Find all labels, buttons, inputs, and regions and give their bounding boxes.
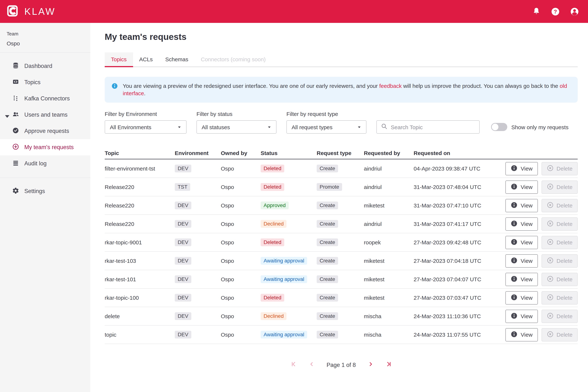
filter-bar: Filter by Environment All Environments F… <box>105 111 578 134</box>
delete-button[interactable]: Delete <box>541 236 578 249</box>
request-type-cell: Create <box>317 165 364 172</box>
view-button-label: View <box>521 221 533 227</box>
delete-cross-icon <box>547 238 554 246</box>
status-cell: Declined <box>261 220 317 228</box>
owned-by-cell: Ospo <box>221 165 261 172</box>
status-filter-select[interactable]: All statuses <box>196 120 276 134</box>
delete-button-label: Delete <box>557 184 573 190</box>
first-page-icon[interactable] <box>290 361 297 369</box>
environment-cell: DEV <box>175 257 221 265</box>
view-button-label: View <box>521 332 533 338</box>
sidebar-item-label: Settings <box>24 188 45 194</box>
view-info-icon <box>511 220 518 228</box>
table-body: filter-environment-tst DEV Ospo Deleted … <box>105 160 578 344</box>
table-header: Topic Environment Owned by Status Reques… <box>105 147 578 160</box>
column-header-topic: Topic <box>105 150 175 156</box>
table-row: topic DEV Ospo Awaiting approval Create … <box>105 326 578 344</box>
delete-button[interactable]: Delete <box>541 272 578 286</box>
feedback-link[interactable]: feedback <box>379 83 402 89</box>
status-badge: Declined <box>261 312 287 320</box>
sidebar-item-kafka-connectors[interactable]: Kafka Connectors <box>0 90 90 107</box>
sidebar-item-settings[interactable]: Settings <box>0 184 90 198</box>
notifications-bell-icon[interactable] <box>532 7 541 16</box>
view-button-label: View <box>521 294 533 301</box>
topic-cell: topic <box>105 332 175 338</box>
view-button-label: View <box>521 313 533 319</box>
last-page-icon[interactable] <box>386 361 392 369</box>
sidebar-item-label: Dashboard <box>24 63 52 70</box>
sidebar-item-approve-requests[interactable]: Approve requests <box>0 123 90 139</box>
approve-requests-icon <box>12 127 19 135</box>
sidebar-item-my-teams-requests[interactable]: My team's requests <box>0 139 90 156</box>
delete-button-label: Delete <box>557 202 573 208</box>
delete-button[interactable]: Delete <box>541 180 578 194</box>
delete-button[interactable]: Delete <box>541 254 578 268</box>
row-actions: View Delete <box>506 291 578 304</box>
tab-schemas[interactable]: Schemas <box>159 52 195 66</box>
view-button[interactable]: View <box>506 236 538 249</box>
sidebar-item-topics[interactable]: Topics <box>0 74 90 90</box>
topic-cell: Release220 <box>105 184 175 190</box>
view-info-icon <box>511 312 518 320</box>
view-button[interactable]: View <box>506 328 538 341</box>
requested-by-cell: miketest <box>364 294 414 301</box>
status-filter: Filter by status All statuses <box>196 111 276 134</box>
owned-by-cell: Ospo <box>221 184 261 190</box>
sidebar-item-users-and-teams[interactable]: Users and teams <box>0 107 90 123</box>
delete-button[interactable]: Delete <box>541 328 578 341</box>
klaw-logo[interactable]: KLAW <box>7 4 55 19</box>
tab-topics[interactable]: Topics <box>105 52 133 66</box>
sidebar-item-dashboard[interactable]: Dashboard <box>0 58 90 74</box>
tab-acls[interactable]: ACLs <box>133 52 159 66</box>
view-info-icon <box>511 183 518 191</box>
caret-down-icon[interactable] <box>4 113 8 117</box>
sidebar-item-label: Approve requests <box>24 128 69 134</box>
delete-button[interactable]: Delete <box>541 162 578 175</box>
view-info-icon <box>511 164 518 172</box>
view-info-icon <box>511 201 518 210</box>
environment-badge: DEV <box>175 202 191 209</box>
view-button[interactable]: View <box>506 254 538 268</box>
next-page-icon[interactable] <box>368 361 374 369</box>
view-button[interactable]: View <box>506 291 538 304</box>
delete-button-label: Delete <box>557 294 573 301</box>
status-cell: Awaiting approval <box>261 257 317 265</box>
environment-cell: DEV <box>175 220 221 228</box>
topic-cell: delete <box>105 313 175 319</box>
view-button[interactable]: View <box>506 217 538 230</box>
sidebar-item-label: Kafka Connectors <box>24 95 70 102</box>
environment-badge: DEV <box>175 294 191 302</box>
environment-cell: DEV <box>175 165 221 172</box>
request-type-filter-select[interactable]: All request types <box>286 120 367 134</box>
view-button[interactable]: View <box>506 310 538 323</box>
request-type-cell: Promote <box>317 183 364 191</box>
request-type-cell: Create <box>317 202 364 209</box>
delete-button[interactable]: Delete <box>541 199 578 212</box>
view-button-label: View <box>521 165 533 172</box>
delete-button[interactable]: Delete <box>541 310 578 323</box>
view-button[interactable]: View <box>506 162 538 175</box>
main-content: My team's requests Topics ACLs Schemas C… <box>90 23 588 392</box>
view-button[interactable]: View <box>506 180 538 194</box>
show-only-my-requests-toggle[interactable] <box>491 123 507 131</box>
sidebar: Team Ospo Dashboard <box>0 23 90 392</box>
view-button-label: View <box>521 276 533 282</box>
environment-filter-select[interactable]: All Environments <box>105 120 187 134</box>
environment-badge: DEV <box>175 275 191 283</box>
request-type-badge: Create <box>317 202 338 209</box>
view-button[interactable]: View <box>506 199 538 212</box>
view-button[interactable]: View <box>506 272 538 286</box>
delete-button[interactable]: Delete <box>541 291 578 304</box>
help-icon[interactable]: ? <box>551 7 560 16</box>
requested-on-cell: 31-Mar-2023 07:47:10 UTC <box>414 202 501 208</box>
sidebar-item-label: Users and teams <box>24 112 67 118</box>
delete-button[interactable]: Delete <box>541 217 578 230</box>
user-profile-icon[interactable] <box>570 7 579 16</box>
view-button-label: View <box>521 184 533 190</box>
previous-page-icon[interactable] <box>309 361 315 369</box>
view-button-label: View <box>521 258 533 264</box>
search-input[interactable] <box>391 124 475 130</box>
view-button-label: View <box>521 202 533 208</box>
sidebar-item-audit-log[interactable]: Audit log <box>0 156 90 172</box>
chevron-down-icon <box>267 124 271 130</box>
